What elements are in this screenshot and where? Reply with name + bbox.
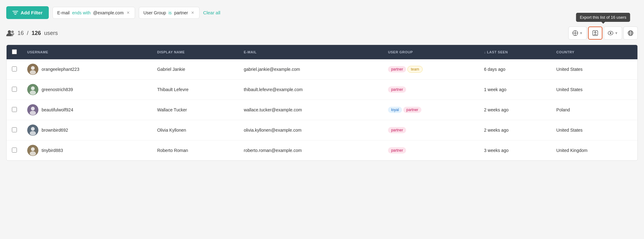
- row-email: roberto.roman@example.com: [239, 140, 383, 161]
- email-filter-close-button[interactable]: ×: [126, 10, 130, 15]
- filter-icon: [13, 11, 18, 15]
- row-last-seen: 3 weeks ago: [479, 140, 551, 161]
- toolbar-actions: Export this list of 16 users ▼: [568, 27, 638, 40]
- username-text: brownbird692: [42, 128, 68, 133]
- username-text: orangeelephant223: [42, 67, 79, 72]
- row-last-seen: 2 weeks ago: [479, 120, 551, 140]
- svg-point-28: [31, 127, 35, 131]
- row-country: Poland: [551, 100, 637, 120]
- select-all-checkbox[interactable]: [12, 49, 17, 54]
- badge-partner: partner: [403, 107, 421, 113]
- globe-button[interactable]: [623, 27, 638, 40]
- table-row: beautifulwolf924 Wallace Tuckerwallace.t…: [7, 100, 637, 120]
- users-table: USERNAME DISPLAY NAME E-MAIL USER GROUP …: [7, 45, 637, 160]
- svg-point-23: [30, 90, 36, 95]
- view-chevron: ▼: [615, 31, 618, 35]
- group-filter-highlight: is: [169, 10, 172, 15]
- globe-icon: [628, 30, 633, 36]
- row-country: United States: [551, 120, 637, 140]
- group-filter-close-button[interactable]: ×: [190, 10, 194, 15]
- stats-toolbar: 16 / 126 users Export this list of 16 us…: [6, 27, 638, 40]
- svg-point-4: [11, 31, 14, 33]
- add-filter-button[interactable]: Add Filter: [6, 6, 49, 19]
- group-filter-chip: User Group is partner ×: [139, 7, 199, 19]
- row-username: greenostrich839: [22, 80, 152, 100]
- row-email: thibault.lefevre@example.com: [239, 80, 383, 100]
- row-username: orangeelephant223: [22, 59, 152, 80]
- table-row: orangeelephant223 Gabriel Jankiegabriel.…: [7, 59, 637, 80]
- group-filter-prefix: User Group: [143, 10, 166, 15]
- users-icon: [6, 30, 14, 36]
- view-button[interactable]: ▼: [604, 27, 622, 40]
- export-button[interactable]: [588, 27, 602, 40]
- table-row: brownbird692 Olivia Kyllonenolivia.kyllo…: [7, 120, 637, 140]
- row-country: United States: [551, 80, 637, 100]
- badge-partner: partner: [388, 86, 406, 93]
- export-icon: [592, 30, 598, 36]
- columns-icon: [572, 30, 578, 36]
- total-count: 126: [32, 30, 41, 37]
- header-last-seen[interactable]: ↓ LAST SEEN: [479, 45, 551, 59]
- users-table-container: USERNAME DISPLAY NAME E-MAIL USER GROUP …: [6, 45, 638, 161]
- header-country: COUNTRY: [551, 45, 637, 59]
- header-email: E-MAIL: [239, 45, 383, 59]
- username-text: tinybird883: [42, 148, 63, 153]
- email-filter-highlight: ends with: [72, 10, 91, 15]
- svg-point-22: [31, 86, 35, 90]
- svg-point-29: [30, 131, 36, 135]
- row-username: beautifulwolf924: [22, 100, 152, 120]
- row-user-group: partner: [383, 120, 479, 140]
- header-user-group: USER GROUP: [383, 45, 479, 59]
- email-filter-suffix: @example.com: [93, 10, 123, 15]
- row-checkbox-cell: [7, 120, 22, 140]
- row-username: brownbird692: [22, 120, 152, 140]
- svg-point-20: [30, 70, 36, 75]
- svg-point-26: [30, 111, 36, 115]
- header-display-name: DISPLAY NAME: [152, 45, 239, 59]
- table-row: greenostrich839 Thibault Lefevrethibault…: [7, 80, 637, 100]
- svg-point-12: [610, 32, 611, 34]
- row-display-name: Roberto Roman: [152, 140, 239, 161]
- row-user-group: partner: [383, 140, 479, 161]
- clear-all-button[interactable]: Clear all: [203, 10, 220, 15]
- row-checkbox-cell: [7, 140, 22, 161]
- header-username: USERNAME: [22, 45, 152, 59]
- svg-point-31: [31, 147, 35, 151]
- svg-point-32: [30, 151, 36, 156]
- eye-icon: [608, 31, 613, 35]
- email-filter-prefix: E-mail: [57, 10, 70, 15]
- row-checkbox-4[interactable]: [12, 127, 17, 132]
- user-count: 16 / 126 users: [6, 30, 58, 37]
- email-filter-chip: E-mail ends with @example.com ×: [53, 7, 135, 19]
- group-filter-suffix: partner: [174, 10, 188, 15]
- row-country: United States: [551, 59, 637, 80]
- badge-partner: partner: [388, 66, 406, 72]
- row-last-seen: 6 days ago: [479, 59, 551, 80]
- row-email: wallace.tucker@example.com: [239, 100, 383, 120]
- row-checkbox-1[interactable]: [12, 66, 17, 71]
- row-user-group: partnerteam: [383, 59, 479, 80]
- badge-team: team: [407, 66, 423, 73]
- badge-partner: partner: [388, 127, 406, 133]
- username-text: greenostrich839: [42, 87, 73, 92]
- columns-chevron: ▼: [579, 31, 583, 35]
- badge-loyal: loyal: [388, 107, 402, 113]
- row-checkbox-3[interactable]: [12, 107, 17, 112]
- table-body: orangeelephant223 Gabriel Jankiegabriel.…: [7, 59, 637, 160]
- row-display-name: Olivia Kyllonen: [152, 120, 239, 140]
- username-text: beautifulwolf924: [42, 107, 73, 112]
- columns-button[interactable]: ▼: [568, 27, 587, 40]
- users-label: users: [44, 30, 58, 37]
- row-last-seen: 1 week ago: [479, 80, 551, 100]
- row-email: gabriel.jankie@example.com: [239, 59, 383, 80]
- svg-point-19: [31, 66, 35, 70]
- row-checkbox-2[interactable]: [12, 87, 17, 92]
- table-header: USERNAME DISPLAY NAME E-MAIL USER GROUP …: [7, 45, 637, 59]
- svg-point-3: [8, 30, 11, 33]
- row-checkbox-5[interactable]: [12, 148, 17, 153]
- header-checkbox-cell: [7, 45, 22, 59]
- row-checkbox-cell: [7, 100, 22, 120]
- row-checkbox-cell: [7, 80, 22, 100]
- row-user-group: partner: [383, 80, 479, 100]
- row-user-group: loyalpartner: [383, 100, 479, 120]
